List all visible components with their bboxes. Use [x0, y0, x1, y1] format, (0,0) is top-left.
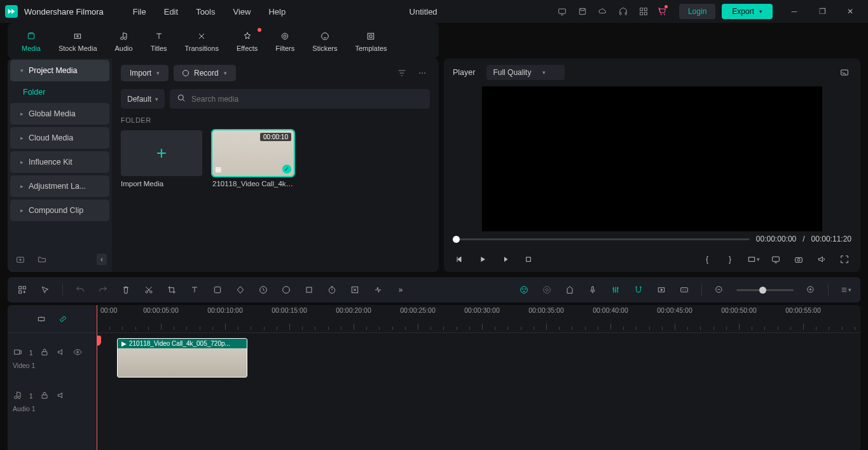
next-frame-icon[interactable] — [499, 252, 513, 266]
mute-icon[interactable] — [56, 347, 66, 359]
color-icon[interactable] — [280, 284, 292, 296]
volume-icon[interactable] — [815, 252, 829, 266]
import-media-card[interactable]: + Import Media — [121, 130, 202, 188]
tab-filters[interactable]: Filters — [266, 27, 303, 55]
sidebar-item-cloud-media[interactable]: ▸Cloud Media — [10, 127, 109, 149]
stop-icon[interactable] — [521, 252, 535, 266]
sidebar-item-influence-kit[interactable]: ▸Influence Kit — [10, 151, 109, 173]
select-tool-icon[interactable] — [39, 284, 51, 296]
close-button[interactable]: ✕ — [837, 0, 863, 23]
zoom-out-icon[interactable] — [713, 284, 725, 296]
mic-icon[interactable] — [587, 284, 598, 296]
video-track[interactable]: ▶210118_Video Call_4k_005_720p... — [97, 333, 860, 383]
zoom-slider[interactable] — [736, 289, 794, 291]
scrub-handle[interactable] — [453, 236, 460, 243]
new-bin-icon[interactable] — [13, 252, 28, 267]
delete-icon[interactable] — [120, 284, 132, 296]
more-icon[interactable]: ⋯ — [415, 65, 430, 81]
timeline-clip[interactable]: ▶210118_Video Call_4k_005_720p... — [117, 338, 247, 378]
mixer-icon[interactable] — [610, 284, 621, 296]
menu-edit[interactable]: Edit — [156, 4, 186, 19]
track-options-icon[interactable]: ▾ — [840, 284, 851, 296]
overflow-icon[interactable]: » — [395, 284, 406, 296]
audio-track-header[interactable]: 1 Audio 1 — [8, 383, 97, 419]
tab-transitions[interactable]: Transitions — [176, 27, 228, 55]
timeline-chain-icon[interactable] — [57, 313, 69, 325]
effects-icon[interactable] — [541, 284, 553, 296]
import-dropdown[interactable]: Import▾ — [121, 65, 169, 81]
cart-icon[interactable] — [655, 3, 673, 20]
menu-view[interactable]: View — [225, 4, 258, 19]
tab-audio[interactable]: Audio — [106, 27, 142, 55]
save-icon[interactable] — [574, 3, 591, 20]
sidebar-item-compound-clip[interactable]: ▸Compound Clip — [10, 200, 109, 221]
export-button[interactable]: Export▾ — [722, 4, 773, 19]
expand-icon[interactable] — [349, 284, 361, 296]
record-dropdown[interactable]: Record▾ — [174, 65, 236, 81]
apps-tool-icon[interactable] — [17, 284, 28, 296]
cut-icon[interactable] — [143, 284, 155, 296]
sidebar-item-adjustment-layer[interactable]: ▸Adjustment La... — [10, 175, 109, 197]
ai-face-icon[interactable] — [518, 284, 530, 296]
tab-effects[interactable]: Effects — [228, 27, 266, 55]
search-box[interactable] — [170, 89, 430, 109]
cloud-icon[interactable] — [594, 3, 612, 20]
timeline-link-icon[interactable] — [36, 313, 47, 325]
fullscreen-icon[interactable] — [837, 252, 851, 266]
media-clip-card[interactable]: 00:00:10 ▦ ✓ 210118_Video Call_4k_... — [212, 130, 294, 188]
tab-stock-media[interactable]: Stock Media — [50, 27, 106, 55]
filter-icon[interactable] — [394, 65, 410, 81]
lock-icon[interactable] — [39, 390, 50, 402]
collapse-sidebar-button[interactable]: ‹ — [97, 254, 107, 265]
play-icon[interactable] — [476, 252, 490, 266]
headphones-icon[interactable] — [614, 3, 632, 20]
motion-icon[interactable] — [372, 284, 383, 296]
sort-dropdown[interactable]: Default▾ — [121, 89, 165, 109]
magnetic-icon[interactable] — [633, 284, 644, 296]
brace-open-icon[interactable]: { — [700, 252, 714, 266]
visibility-icon[interactable] — [72, 347, 83, 359]
folder-icon[interactable] — [34, 252, 50, 267]
display-icon[interactable] — [769, 252, 783, 266]
keyframe-icon[interactable] — [235, 284, 246, 296]
ratio-icon[interactable]: ▾ — [746, 252, 760, 266]
snapshot-icon[interactable] — [837, 65, 851, 79]
speed-icon[interactable] — [258, 284, 269, 296]
zoom-thumb[interactable] — [759, 287, 766, 294]
search-input[interactable] — [191, 95, 424, 104]
quality-dropdown[interactable]: Full Quality▾ — [486, 65, 565, 80]
maximize-button[interactable]: ❐ — [809, 0, 835, 23]
audio-track[interactable] — [97, 383, 860, 419]
lock-icon[interactable] — [39, 347, 50, 359]
timeline-tracks-area[interactable]: 00:00 00:00:05:0000:00:10:0000:00:15:000… — [97, 305, 860, 450]
text-icon[interactable] — [189, 284, 200, 296]
undo-icon[interactable] — [74, 284, 86, 296]
crop-icon[interactable] — [166, 284, 177, 296]
login-button[interactable]: Login — [679, 4, 715, 19]
caption-icon[interactable] — [679, 284, 690, 296]
apps-icon[interactable] — [635, 3, 652, 20]
marker-icon[interactable] — [564, 284, 575, 296]
prev-frame-icon[interactable] — [453, 252, 467, 266]
tab-stickers[interactable]: Stickers — [303, 27, 346, 55]
preview-canvas[interactable] — [482, 86, 822, 231]
zoom-in-icon[interactable] — [805, 284, 816, 296]
scrub-track[interactable] — [453, 238, 750, 240]
sidebar-item-global-media[interactable]: ▸Global Media — [10, 103, 109, 125]
menu-help[interactable]: Help — [261, 4, 293, 19]
device-icon[interactable] — [553, 3, 571, 20]
sidebar-sub-folder[interactable]: Folder — [8, 83, 112, 102]
tab-templates[interactable]: Templates — [346, 27, 396, 55]
video-track-header[interactable]: 1 Video 1 — [8, 333, 97, 383]
camera-icon[interactable] — [792, 252, 806, 266]
menu-file[interactable]: File — [125, 4, 154, 19]
sidebar-item-project-media[interactable]: ▾Project Media — [10, 60, 109, 81]
menu-tools[interactable]: Tools — [188, 4, 223, 19]
timeline-ruler[interactable]: 00:00 00:00:05:0000:00:10:0000:00:15:000… — [97, 305, 860, 333]
mask-icon[interactable] — [212, 284, 223, 296]
mute-icon[interactable] — [56, 390, 66, 402]
redo-icon[interactable] — [97, 284, 109, 296]
duration-icon[interactable] — [326, 284, 338, 296]
tab-titles[interactable]: Titles — [142, 27, 176, 55]
tab-media[interactable]: Media — [13, 27, 50, 55]
